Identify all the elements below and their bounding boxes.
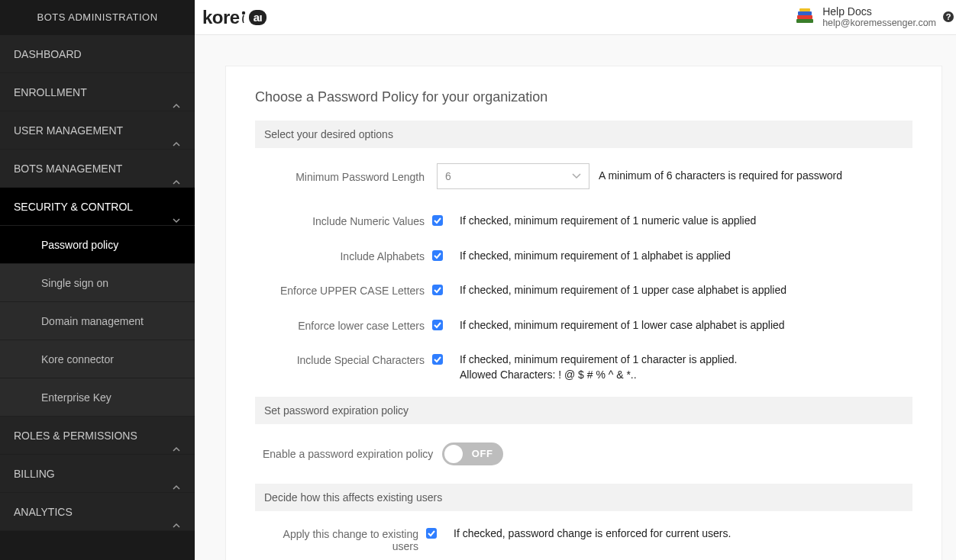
dropdown-icon [572, 173, 581, 179]
checkbox-checked-icon [432, 285, 443, 295]
opt-checkbox[interactable] [431, 283, 444, 295]
min-length-select[interactable]: 6 [437, 163, 589, 189]
apply-desc: If checked, password change is enforced … [438, 526, 912, 542]
row-enforce-lowercase: Enforce lower case Letters If checked, m… [255, 312, 912, 347]
opt-checkbox[interactable] [431, 214, 444, 226]
apply-checkbox[interactable] [425, 526, 438, 539]
min-length-desc: A minimum of 6 characters is required fo… [589, 169, 912, 184]
chevron-down-icon [172, 202, 181, 211]
min-length-value: 6 [445, 170, 451, 182]
nav-sub-domain-management[interactable]: Domain management [0, 302, 195, 340]
nav-sub-single-sign-on[interactable]: Single sign on [0, 264, 195, 302]
row-expiration-toggle: Enable a password expiration policy OFF [255, 433, 912, 484]
chevron-up-icon [172, 164, 181, 173]
svg-rect-3 [798, 11, 812, 15]
logo-dot-icon [241, 11, 246, 24]
svg-rect-4 [799, 8, 810, 11]
main-content: Choose a Password Policy for your organi… [195, 35, 956, 560]
topbar: kore aı Help Docs help@koremessenger.com… [195, 0, 956, 35]
sidebar: BOTS ADMINISTRATION DASHBOARD ENROLLMENT… [0, 0, 195, 560]
svg-rect-1 [796, 19, 813, 23]
nav-analytics[interactable]: ANALYTICS [0, 493, 195, 531]
checkbox-checked-icon [432, 320, 443, 330]
help-icon[interactable]: ? [942, 11, 954, 23]
chevron-up-icon [172, 431, 181, 440]
nav-sub-kore-connector[interactable]: Kore connector [0, 340, 195, 378]
logo-text-kore: kore [202, 7, 240, 28]
nav-billing[interactable]: BILLING [0, 455, 195, 493]
opt-label: Enforce UPPER CASE Letters [255, 283, 431, 297]
logo: kore aı [202, 7, 266, 28]
min-length-label: Minimum Password Length [255, 169, 431, 183]
nav-sub-enterprise-key[interactable]: Enterprise Key [0, 378, 195, 417]
nav-sub-label: Enterprise Key [41, 391, 111, 404]
help-email: help@koremessenger.com [822, 18, 936, 29]
nav-label: BILLING [14, 468, 55, 480]
nav-label: DASHBOARD [14, 48, 82, 60]
svg-point-0 [242, 11, 245, 14]
expiration-toggle[interactable]: OFF [442, 443, 503, 465]
nav-label: SECURITY & CONTROL [14, 201, 133, 213]
books-icon [795, 8, 815, 25]
opt-desc: If checked, minimum requirement of 1 low… [444, 318, 912, 333]
toggle-state: OFF [472, 448, 493, 459]
row-min-password-length: Minimum Password Length 6 A minimum of 6… [255, 157, 912, 208]
nav-sub-label: Domain management [41, 315, 144, 327]
opt-label: Include Alphabets [255, 249, 431, 262]
opt-label: Include Numeric Values [255, 214, 431, 227]
toggle-knob [444, 445, 463, 463]
section-options-header: Select your desired options [255, 121, 912, 148]
opt-desc: If checked, minimum requirement of 1 alp… [444, 249, 912, 264]
row-include-numeric: Include Numeric Values If checked, minim… [255, 208, 912, 243]
nav-label: ENROLLMENT [14, 86, 87, 98]
nav-label: ANALYTICS [14, 506, 73, 518]
nav-sub-label: Password policy [41, 239, 118, 251]
opt-checkbox[interactable] [431, 249, 444, 261]
nav-sub-label: Kore connector [41, 353, 114, 365]
logo-text-ai: aı [249, 10, 267, 25]
row-apply-existing-users: Apply this change to existing users If c… [255, 520, 912, 560]
nav-label: USER MANAGEMENT [14, 124, 123, 137]
nav-user-management[interactable]: USER MANAGEMENT [0, 111, 195, 150]
checkbox-checked-icon [426, 528, 437, 539]
apply-label: Apply this change to existing users [255, 526, 425, 552]
nav-security-control[interactable]: SECURITY & CONTROL [0, 188, 195, 226]
help-text: Help Docs help@koremessenger.com [822, 5, 936, 30]
section-expiration-header: Set password expiration policy [255, 397, 912, 424]
help-docs-link[interactable]: Help Docs help@koremessenger.com [795, 5, 936, 30]
nav-sub-label: Single sign on [41, 277, 108, 289]
checkbox-checked-icon [432, 215, 443, 226]
help-title: Help Docs [822, 5, 936, 18]
row-enforce-uppercase: Enforce UPPER CASE Letters If checked, m… [255, 277, 912, 312]
checkbox-checked-icon [432, 354, 443, 365]
password-policy-card: Choose a Password Policy for your organi… [225, 66, 942, 560]
opt-desc: If checked, minimum requirement of 1 cha… [444, 352, 912, 382]
opt-desc: If checked, minimum requirement of 1 num… [444, 214, 912, 229]
svg-rect-2 [797, 15, 812, 19]
opt-checkbox[interactable] [431, 318, 444, 330]
nav-label: BOTS MANAGEMENT [14, 163, 122, 175]
sidebar-title: BOTS ADMINISTRATION [0, 0, 195, 35]
page-heading: Choose a Password Policy for your organi… [255, 89, 912, 105]
svg-text:?: ? [946, 12, 951, 21]
opt-label: Enforce lower case Letters [255, 318, 431, 332]
expiration-label: Enable a password expiration policy [263, 448, 433, 460]
opt-checkbox[interactable] [431, 352, 444, 365]
row-include-alphabets: Include Alphabets If checked, minimum re… [255, 243, 912, 278]
chevron-up-icon [172, 507, 181, 517]
section-existing-users-header: Decide how this affects existing users [255, 484, 912, 511]
chevron-up-icon [172, 126, 181, 135]
nav-roles-permissions[interactable]: ROLES & PERMISSIONS [0, 417, 195, 455]
chevron-up-icon [172, 469, 181, 478]
chevron-up-icon [172, 88, 181, 97]
opt-label: Include Special Characters [255, 352, 431, 366]
checkbox-checked-icon [432, 250, 443, 261]
row-include-special-chars: Include Special Characters If checked, m… [255, 346, 912, 396]
nav-dashboard[interactable]: DASHBOARD [0, 35, 195, 73]
opt-desc: If checked, minimum requirement of 1 upp… [444, 283, 912, 298]
nav-sub-password-policy[interactable]: Password policy [0, 226, 195, 264]
nav-label: ROLES & PERMISSIONS [14, 430, 137, 442]
nav-enrollment[interactable]: ENROLLMENT [0, 73, 195, 111]
nav-bots-management[interactable]: BOTS MANAGEMENT [0, 150, 195, 188]
